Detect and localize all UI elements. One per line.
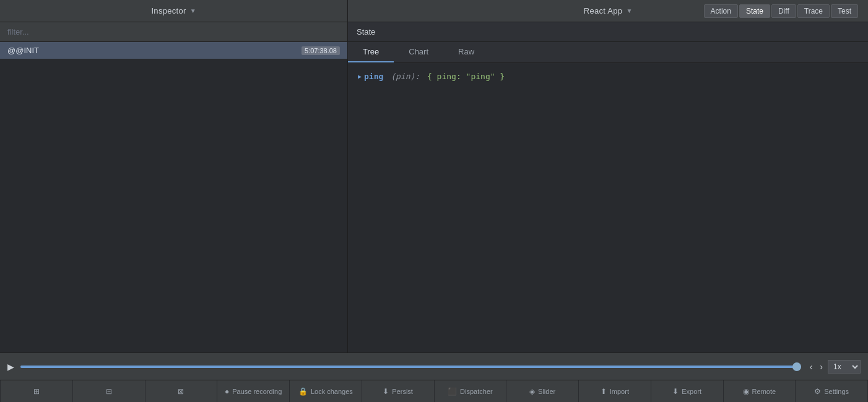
toolbar-toggle-right-icon: ⊠ — [178, 387, 184, 396]
toolbar-settings[interactable]: ⚙Settings — [796, 380, 868, 402]
filter-input[interactable] — [0, 22, 347, 42]
toolbar-dispatcher[interactable]: ⬛Dispatcher — [435, 380, 507, 402]
right-panel-header: State — [348, 22, 868, 42]
toolbar-import-label: Import — [610, 388, 629, 395]
play-button[interactable]: ▶ — [7, 362, 14, 372]
toolbar-lock-changes-label: Lock changes — [311, 388, 353, 395]
tree-value: { ping: "ping" } — [422, 71, 505, 83]
action-list: @@INIT 5:07:38.08 — [0, 42, 347, 353]
prev-icon: ‹ — [810, 362, 813, 372]
app-title: React App — [584, 6, 623, 15]
tab-button-diff[interactable]: Diff — [771, 4, 796, 18]
right-panel: State TreeChartRaw ▶ ping (pin): { ping:… — [348, 22, 868, 353]
main-content: @@INIT 5:07:38.08 State TreeChartRaw ▶ p… — [0, 22, 868, 353]
sub-tab-raw[interactable]: Raw — [443, 42, 489, 62]
timeline-nav: ‹ › 1x 2x 0.5x — [807, 360, 861, 374]
toolbar-export[interactable]: ⬇Export — [651, 380, 724, 402]
toolbar-pause-recording-icon: ● — [225, 387, 229, 396]
tab-button-test[interactable]: Test — [831, 4, 858, 18]
toolbar-toggle-mid-icon: ⊟ — [106, 387, 112, 396]
tree-row: ▶ ping (pin): { ping: "ping" } — [358, 71, 858, 83]
toolbar-toggle-mid[interactable]: ⊟ — [73, 380, 145, 402]
bottom-toolbar: ⊞⊟⊠●Pause recording🔒Lock changes⬇Persist… — [0, 380, 868, 402]
toolbar-remote-label: Remote — [752, 388, 776, 395]
toolbar-dispatcher-icon: ⬛ — [448, 387, 457, 396]
tab-button-trace[interactable]: Trace — [797, 4, 830, 18]
next-button[interactable]: › — [817, 361, 825, 373]
action-time: 5:07:38.08 — [302, 46, 340, 55]
toolbar-slider-icon: ◈ — [529, 387, 535, 396]
inspector-title-area: Inspector ▼ — [0, 0, 348, 22]
app-dropdown-icon[interactable]: ▼ — [626, 7, 632, 14]
toolbar-persist[interactable]: ⬇Persist — [362, 380, 435, 402]
tree-content: ▶ ping (pin): { ping: "ping" } — [348, 63, 868, 353]
toolbar-remote[interactable]: ◉Remote — [724, 380, 796, 402]
tree-expand-arrow[interactable]: ▶ — [358, 72, 362, 82]
toolbar-import-icon: ⬆ — [601, 387, 607, 396]
right-panel-title: State — [357, 27, 375, 36]
toolbar-import[interactable]: ⬆Import — [579, 380, 651, 402]
top-bar: Inspector ▼ React App ▼ ActionStateDiffT… — [0, 0, 868, 22]
toolbar-export-icon: ⬇ — [672, 387, 679, 396]
tab-buttons-group: ActionStateDiffTraceTest — [704, 4, 858, 18]
toolbar-export-label: Export — [682, 388, 701, 395]
toolbar-persist-icon: ⬇ — [383, 387, 389, 396]
tab-button-action[interactable]: Action — [704, 4, 738, 18]
tree-annotation: (pin): — [386, 71, 420, 83]
toolbar-lock-changes-icon: 🔒 — [298, 387, 308, 396]
timeline-progress — [20, 366, 801, 368]
app-title-area: React App ▼ ActionStateDiffTraceTest — [348, 0, 868, 22]
play-icon: ▶ — [7, 362, 14, 372]
toolbar-settings-icon: ⚙ — [814, 387, 821, 396]
toolbar-pause-recording[interactable]: ●Pause recording — [217, 380, 290, 402]
sub-tab-tree[interactable]: Tree — [348, 42, 394, 62]
timeline-track[interactable] — [20, 366, 801, 368]
toolbar-slider[interactable]: ◈Slider — [506, 380, 579, 402]
action-item[interactable]: @@INIT 5:07:38.08 — [0, 42, 347, 59]
toolbar-settings-label: Settings — [824, 388, 849, 395]
sub-tabs: TreeChartRaw — [348, 42, 868, 63]
toolbar-pause-recording-label: Pause recording — [232, 388, 282, 395]
inspector-title: Inspector — [151, 6, 186, 15]
timeline-bar: ▶ ‹ › 1x 2x 0.5x — [0, 353, 868, 380]
toolbar-remote-icon: ◉ — [743, 387, 749, 396]
toolbar-lock-changes[interactable]: 🔒Lock changes — [290, 380, 362, 402]
next-icon: › — [820, 362, 823, 372]
action-name: @@INIT — [7, 46, 39, 55]
toolbar-toggle-left-icon: ⊞ — [33, 387, 40, 396]
inspector-dropdown-icon[interactable]: ▼ — [190, 7, 196, 14]
toolbar-toggle-right[interactable]: ⊠ — [145, 380, 218, 402]
toolbar-persist-label: Persist — [392, 388, 413, 395]
toolbar-slider-label: Slider — [538, 388, 555, 395]
left-panel: @@INIT 5:07:38.08 — [0, 22, 348, 353]
toolbar-dispatcher-label: Dispatcher — [460, 388, 493, 395]
toolbar-toggle-left[interactable]: ⊞ — [0, 380, 73, 402]
tree-key: ping — [364, 71, 383, 83]
prev-button[interactable]: ‹ — [807, 361, 815, 373]
tab-button-state[interactable]: State — [739, 4, 770, 18]
sub-tab-chart[interactable]: Chart — [394, 42, 443, 62]
speed-select[interactable]: 1x 2x 0.5x — [828, 360, 861, 374]
timeline-thumb[interactable] — [792, 362, 801, 371]
